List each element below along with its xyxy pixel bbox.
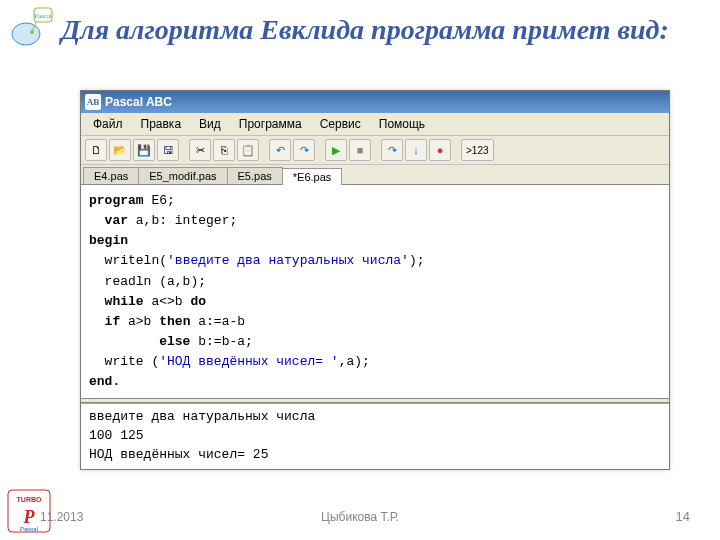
- footer-author: Цыбикова Т.Р.: [321, 510, 399, 524]
- svg-point-0: [12, 23, 40, 45]
- output-line: введите два натуральных числа: [89, 409, 315, 424]
- code-text: );: [409, 253, 425, 268]
- breakpoint-button[interactable]: ●: [429, 139, 451, 161]
- menu-file[interactable]: Файл: [85, 115, 131, 133]
- code-text: readln (a,b);: [105, 274, 206, 289]
- menu-edit[interactable]: Правка: [133, 115, 190, 133]
- svg-text:TURBO: TURBO: [17, 496, 42, 503]
- undo-button[interactable]: ↶: [269, 139, 291, 161]
- menu-help[interactable]: Помощь: [371, 115, 433, 133]
- tabbar: E4.pas E5_modif.pas E5.pas *E6.pas: [81, 165, 669, 185]
- menubar: Файл Правка Вид Программа Сервис Помощь: [81, 113, 669, 136]
- code-text: writeln(: [105, 253, 167, 268]
- code-editor[interactable]: program E6; var a,b: integer; begin writ…: [81, 185, 669, 398]
- code-kw: var: [105, 213, 128, 228]
- code-string: 'НОД введённых чисел= ': [159, 354, 338, 369]
- svg-text:Pascal: Pascal: [34, 12, 52, 20]
- output-line: 100 125: [89, 428, 144, 443]
- output-line: НОД введённых чисел= 25: [89, 447, 268, 462]
- code-text: a>b: [120, 314, 159, 329]
- code-text: b:=b-a;: [190, 334, 252, 349]
- tab-e5[interactable]: E5.pas: [227, 167, 283, 184]
- save-button[interactable]: 💾: [133, 139, 155, 161]
- code-text: a:=a-b: [190, 314, 245, 329]
- stop-button[interactable]: ■: [349, 139, 371, 161]
- svg-text:Pascal: Pascal: [20, 526, 38, 532]
- cut-button[interactable]: ✂: [189, 139, 211, 161]
- tab-e5modif[interactable]: E5_modif.pas: [138, 167, 227, 184]
- copy-button[interactable]: ⎘: [213, 139, 235, 161]
- new-button[interactable]: 🗋: [85, 139, 107, 161]
- code-text: a<>b: [144, 294, 191, 309]
- paste-button[interactable]: 📋: [237, 139, 259, 161]
- code-text: write (: [105, 354, 160, 369]
- code-kw: begin: [89, 233, 128, 248]
- code-kw: then: [159, 314, 190, 329]
- pascal-logo-top: Pascal: [8, 4, 56, 48]
- code-text: E6;: [144, 193, 175, 208]
- code-kw: do: [190, 294, 206, 309]
- saveall-button[interactable]: 🖫: [157, 139, 179, 161]
- menu-view[interactable]: Вид: [191, 115, 229, 133]
- svg-point-3: [30, 30, 34, 34]
- pascal-abc-window: AB Pascal ABC Файл Правка Вид Программа …: [80, 90, 670, 470]
- output-panel: введите два натуральных числа 100 125 НО…: [81, 403, 669, 469]
- stepover-button[interactable]: ↷: [381, 139, 403, 161]
- code-kw: if: [105, 314, 121, 329]
- footer-page-number: 14: [676, 509, 690, 524]
- svg-text:P: P: [23, 507, 36, 527]
- redo-button[interactable]: ↷: [293, 139, 315, 161]
- tab-e4[interactable]: E4.pas: [83, 167, 139, 184]
- code-kw: else: [159, 334, 190, 349]
- more-button[interactable]: >123: [461, 139, 494, 161]
- toolbar: 🗋 📂 💾 🖫 ✂ ⎘ 📋 ↶ ↷ ▶ ■ ↷ ↓ ● >123: [81, 136, 669, 165]
- code-kw: program: [89, 193, 144, 208]
- titlebar: AB Pascal ABC: [81, 91, 669, 113]
- slide-title: Для алгоритма Евклида программа примет в…: [0, 0, 720, 54]
- app-icon: AB: [85, 94, 101, 110]
- footer-date: 11.2013: [40, 510, 83, 524]
- code-kw: end.: [89, 374, 120, 389]
- window-title: Pascal ABC: [105, 95, 172, 109]
- menu-service[interactable]: Сервис: [312, 115, 369, 133]
- code-kw: while: [105, 294, 144, 309]
- menu-program[interactable]: Программа: [231, 115, 310, 133]
- tab-e6[interactable]: *E6.pas: [282, 168, 343, 185]
- run-button[interactable]: ▶: [325, 139, 347, 161]
- code-string: 'введите два натуральных числа': [167, 253, 409, 268]
- code-text: a,b: integer;: [128, 213, 237, 228]
- code-text: ,a);: [339, 354, 370, 369]
- open-button[interactable]: 📂: [109, 139, 131, 161]
- stepinto-button[interactable]: ↓: [405, 139, 427, 161]
